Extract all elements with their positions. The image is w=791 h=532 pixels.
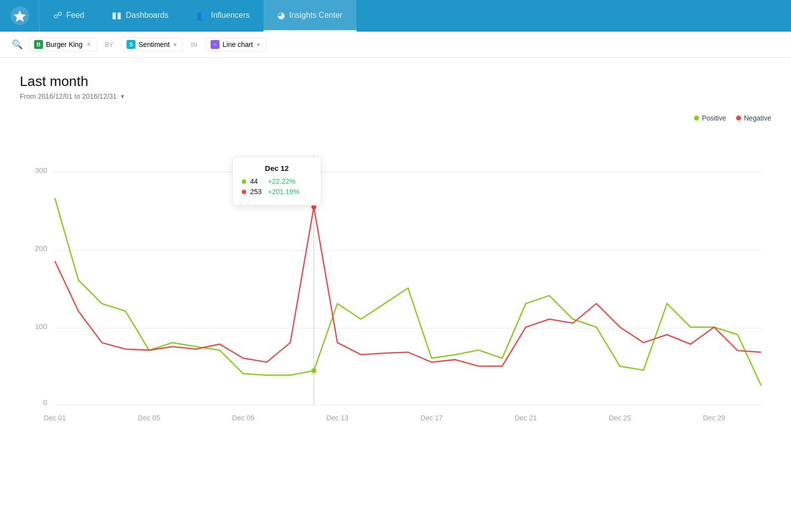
svg-text:0: 0 — [43, 398, 47, 407]
positive-dot — [694, 116, 699, 121]
feed-icon: ☍ — [53, 10, 62, 21]
nav-item-feed-label: Feed — [66, 11, 84, 20]
legend-negative: Negative — [736, 114, 771, 122]
svg-text:200: 200 — [35, 244, 47, 252]
sentiment-icon: S — [127, 40, 135, 49]
filter-bar: 🔍 B Burger King ✕ BY S Sentiment ▼ IN ~ … — [0, 32, 791, 58]
chart-date-range: From 2016/12/01 to 2016/12/31 — [20, 92, 117, 100]
chart-subtitle[interactable]: From 2016/12/01 to 2016/12/31 ▼ — [20, 92, 771, 100]
logo[interactable] — [0, 0, 40, 32]
chart-type-icon: ~ — [211, 40, 220, 49]
chart-title: Last month — [20, 74, 771, 89]
nav-item-influencers[interactable]: 👥 Influencers — [182, 0, 264, 32]
nav-items: ☍ Feed ▮▮ Dashboards 👥 Influencers ◕ Ins… — [40, 0, 356, 32]
svg-text:Dec 13: Dec 13 — [326, 414, 349, 422]
nav-item-insights-label: Insights Center — [289, 11, 343, 20]
sentiment-dropdown[interactable]: S Sentiment ▼ — [121, 38, 183, 51]
legend-positive-label: Positive — [702, 114, 726, 122]
svg-text:Dec 21: Dec 21 — [515, 414, 537, 422]
svg-text:100: 100 — [35, 322, 47, 330]
burger-king-tag-icon: B — [34, 40, 43, 49]
svg-point-20 — [311, 205, 316, 209]
burger-king-tag[interactable]: B Burger King ✕ — [29, 38, 97, 51]
logo-icon — [10, 6, 29, 25]
nav-item-feed[interactable]: ☍ Feed — [40, 0, 98, 32]
svg-text:Dec 17: Dec 17 — [421, 414, 443, 422]
negative-dot — [736, 116, 741, 121]
chart-legend: Positive Negative — [20, 114, 771, 122]
chart-type-dropdown[interactable]: ~ Line chart ▼ — [205, 38, 266, 51]
by-separator: BY — [103, 41, 115, 48]
influencers-icon: 👥 — [196, 10, 207, 21]
main-content: Last month From 2016/12/01 to 2016/12/31… — [0, 58, 791, 449]
svg-text:Dec 01: Dec 01 — [44, 414, 66, 422]
nav-item-dashboards-label: Dashboards — [126, 11, 168, 20]
svg-text:Dec 25: Dec 25 — [609, 414, 631, 422]
svg-text:Dec 05: Dec 05 — [138, 414, 160, 422]
in-separator: IN — [189, 41, 199, 48]
top-navigation: ☍ Feed ▮▮ Dashboards 👥 Influencers ◕ Ins… — [0, 0, 791, 32]
date-range-chevron-icon: ▼ — [120, 93, 125, 99]
burger-king-tag-label: Burger King — [46, 41, 83, 48]
line-chart-svg: 300 200 100 0 Dec 01 Dec 05 Dec 09 Dec 1… — [20, 127, 771, 433]
chart-type-chevron-icon: ▼ — [256, 42, 261, 47]
search-icon: 🔍 — [12, 39, 23, 50]
legend-negative-label: Negative — [744, 114, 771, 122]
burger-king-tag-close[interactable]: ✕ — [87, 41, 91, 48]
sentiment-chevron-icon: ▼ — [173, 42, 177, 47]
chart-container: 300 200 100 0 Dec 01 Dec 05 Dec 09 Dec 1… — [20, 127, 771, 433]
legend-positive: Positive — [694, 114, 726, 122]
svg-point-19 — [311, 368, 316, 373]
dashboards-icon: ▮▮ — [112, 10, 122, 21]
svg-text:Dec 09: Dec 09 — [232, 414, 254, 422]
chart-type-label: Line chart — [222, 41, 253, 48]
svg-text:Dec 29: Dec 29 — [703, 414, 725, 422]
sentiment-label: Sentiment — [138, 41, 170, 48]
nav-item-influencers-label: Influencers — [211, 11, 250, 20]
svg-text:300: 300 — [35, 166, 47, 174]
insights-icon: ◕ — [277, 10, 285, 21]
nav-item-dashboards[interactable]: ▮▮ Dashboards — [98, 0, 182, 32]
nav-item-insights[interactable]: ◕ Insights Center — [264, 0, 356, 32]
